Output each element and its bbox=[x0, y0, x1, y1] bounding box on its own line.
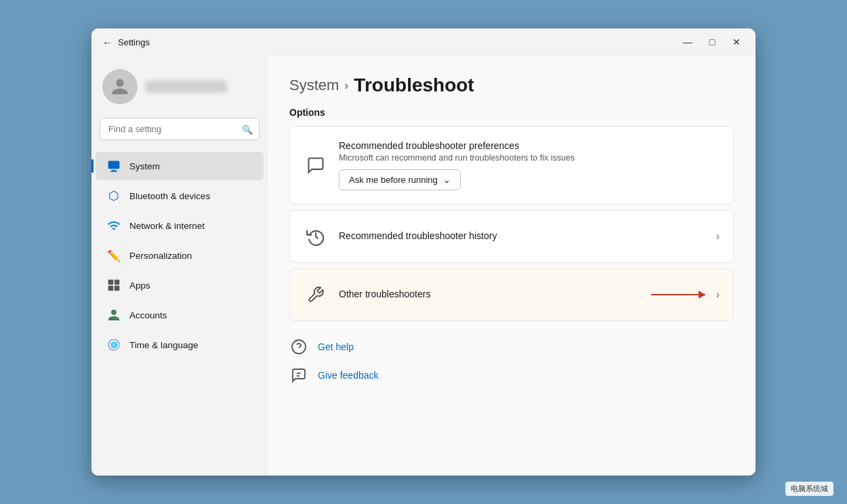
svg-point-11 bbox=[292, 340, 306, 354]
minimize-button[interactable]: — bbox=[677, 33, 699, 51]
svg-rect-4 bbox=[115, 280, 120, 285]
sidebar-label-system: System bbox=[129, 161, 160, 171]
give-feedback-label: Give feedback bbox=[318, 370, 379, 381]
section-title: Options bbox=[289, 107, 734, 118]
search-icon: 🔍 bbox=[242, 124, 253, 134]
username bbox=[146, 81, 227, 93]
title-bar-left: ← Settings bbox=[102, 37, 150, 48]
search-input[interactable] bbox=[100, 118, 260, 140]
sidebar-item-network[interactable]: Network & internet bbox=[96, 211, 264, 240]
svg-rect-1 bbox=[112, 170, 117, 171]
bluetooth-icon: ⬡ bbox=[106, 188, 121, 203]
system-icon bbox=[106, 159, 121, 173]
troubleshooter-dropdown[interactable]: Ask me before running ⌄ bbox=[339, 169, 461, 190]
svg-text:🌐: 🌐 bbox=[110, 341, 118, 349]
arrow-annotation bbox=[651, 294, 705, 296]
main-content: System › Troubleshoot Options Recommende… bbox=[268, 56, 756, 476]
breadcrumb-current: Troubleshoot bbox=[354, 75, 474, 96]
sidebar-label-personalization: Personalization bbox=[129, 251, 192, 261]
maximize-button[interactable]: □ bbox=[701, 33, 723, 51]
sidebar-label-accounts: Accounts bbox=[129, 310, 167, 320]
breadcrumb: System › Troubleshoot bbox=[289, 75, 734, 96]
get-help-link[interactable]: Get help bbox=[289, 337, 734, 356]
chat-icon bbox=[304, 153, 328, 177]
recommended-prefs-title: Recommended troubleshooter preferences bbox=[339, 140, 720, 151]
network-icon bbox=[106, 218, 121, 233]
window-controls: — □ ✕ bbox=[677, 33, 747, 51]
sidebar-label-time: Time & language bbox=[129, 340, 199, 350]
other-troubleshooters-title: Other troubleshooters bbox=[339, 289, 635, 299]
get-help-label: Get help bbox=[318, 341, 354, 352]
window-title: Settings bbox=[118, 37, 150, 47]
breadcrumb-parent[interactable]: System bbox=[289, 77, 339, 94]
sidebar-item-apps[interactable]: Apps bbox=[96, 271, 264, 299]
other-troubleshooters-card[interactable]: Other troubleshooters › bbox=[289, 268, 734, 321]
close-button[interactable]: ✕ bbox=[726, 33, 747, 51]
chevron-down-icon: ⌄ bbox=[443, 175, 451, 185]
recommended-history-title: Recommended troubleshooter history bbox=[339, 230, 705, 241]
time-icon: 🌐 bbox=[106, 337, 121, 352]
sidebar-item-system[interactable]: System bbox=[96, 152, 264, 180]
recommended-prefs-desc: Microsoft can recommend and run troubles… bbox=[339, 153, 720, 163]
sidebar-label-apps: Apps bbox=[129, 280, 150, 291]
history-chevron-icon: › bbox=[716, 230, 720, 243]
sidebar-label-network: Network & internet bbox=[129, 221, 205, 231]
recommended-history-text: Recommended troubleshooter history bbox=[339, 230, 705, 243]
recommended-history-card[interactable]: Recommended troubleshooter history › bbox=[289, 210, 734, 263]
user-section bbox=[91, 64, 268, 118]
search-box[interactable]: 🔍 bbox=[100, 118, 260, 140]
recommended-history-row: Recommended troubleshooter history › bbox=[290, 211, 733, 262]
sidebar-item-accounts[interactable]: Accounts bbox=[96, 301, 264, 329]
history-icon bbox=[304, 224, 328, 249]
content-area: 🔍 System ⬡ Bluetooth & devices Network &… bbox=[91, 56, 756, 476]
avatar bbox=[102, 69, 138, 104]
title-bar: ← Settings — □ ✕ bbox=[91, 28, 756, 56]
sidebar: 🔍 System ⬡ Bluetooth & devices Network &… bbox=[91, 56, 268, 476]
help-section: Get help Give feedback bbox=[289, 337, 734, 385]
watermark: 电脑系统城 bbox=[785, 482, 833, 496]
give-feedback-icon bbox=[289, 366, 308, 385]
sidebar-label-bluetooth: Bluetooth & devices bbox=[129, 191, 210, 201]
other-troubleshooters-row: Other troubleshooters › bbox=[290, 269, 733, 320]
dropdown-label: Ask me before running bbox=[349, 175, 438, 185]
breadcrumb-separator: › bbox=[344, 79, 348, 93]
settings-window: ← Settings — □ ✕ 🔍 bbox=[91, 28, 756, 476]
svg-rect-6 bbox=[115, 286, 120, 291]
svg-rect-3 bbox=[108, 280, 114, 285]
other-troubleshooters-text: Other troubleshooters bbox=[339, 289, 635, 301]
sidebar-item-time[interactable]: 🌐 Time & language bbox=[96, 331, 264, 359]
accounts-icon bbox=[106, 308, 121, 322]
svg-rect-2 bbox=[110, 171, 117, 172]
personalization-icon: ✏️ bbox=[106, 248, 121, 263]
back-icon[interactable]: ← bbox=[102, 37, 112, 48]
wrench-icon bbox=[304, 282, 328, 307]
give-feedback-link[interactable]: Give feedback bbox=[289, 366, 734, 385]
recommended-prefs-card: Recommended troubleshooter preferences M… bbox=[289, 126, 734, 205]
svg-rect-0 bbox=[108, 161, 120, 169]
sidebar-item-bluetooth[interactable]: ⬡ Bluetooth & devices bbox=[96, 182, 264, 210]
get-help-icon bbox=[289, 337, 308, 356]
recommended-prefs-row: Recommended troubleshooter preferences M… bbox=[290, 127, 733, 204]
recommended-prefs-text: Recommended troubleshooter preferences M… bbox=[339, 140, 720, 190]
apps-icon bbox=[106, 278, 121, 293]
svg-rect-5 bbox=[108, 286, 114, 291]
other-troubleshooters-chevron-icon: › bbox=[716, 289, 720, 301]
sidebar-item-personalization[interactable]: ✏️ Personalization bbox=[96, 241, 264, 270]
